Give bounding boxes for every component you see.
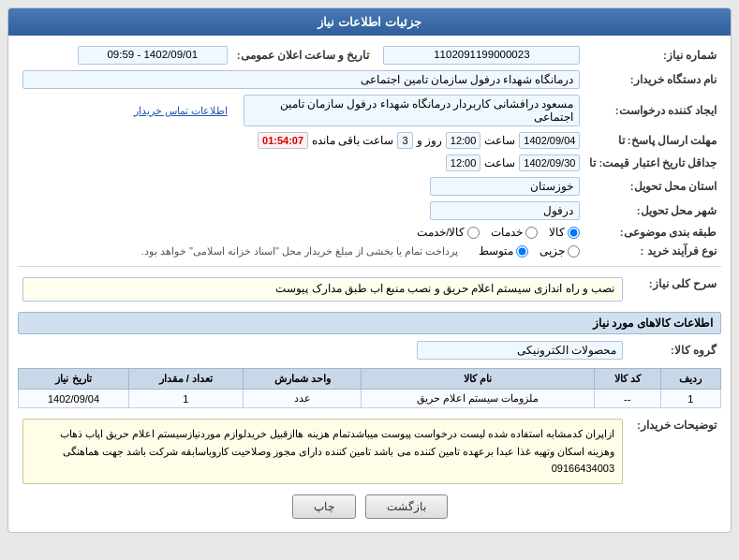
saet-label2: ساعت [484, 156, 515, 169]
shomare-niaz-label: شماره نیاز: [584, 43, 721, 67]
col-kod: کد کالا [594, 369, 660, 390]
tavzihat-value: ازاپران کدمشابه استفاده شده لیست درخواست… [22, 419, 623, 484]
mohlet-row: 1402/09/04 ساعت 12:00 روز و 3 ساعت باقی … [22, 132, 580, 149]
radio-motovaset-label: متوسط [479, 244, 513, 258]
card-body: شماره نیاز: 1102091199000023 تاریخ و ساع… [8, 36, 731, 532]
btn-bazgasht[interactable]: بازگشت [365, 494, 448, 519]
cell-kod: -- [594, 390, 660, 408]
radio-khadamat-input[interactable] [525, 227, 538, 239]
time2-value: 12:00 [446, 155, 481, 171]
saet-label: ساعت [484, 134, 515, 147]
btn-chap[interactable]: چاپ [292, 494, 356, 519]
main-card: جزئیات اطلاعات نیاز شماره نیاز: 11020911… [7, 7, 732, 533]
info-table-top: شماره نیاز: 1102091199000023 تاریخ و ساع… [18, 43, 721, 260]
tavzihat-label: توضیحات خریدار: [628, 414, 721, 487]
hadaghol-row: 1402/09/30 ساعت 12:00 [22, 155, 580, 171]
radio-kala-khadamat[interactable]: کالا/خدمت [417, 226, 480, 239]
col-radif: ردیف [660, 369, 720, 390]
goods-table: ردیف کد کالا نام کالا واحد شمارش تعداد /… [18, 368, 721, 408]
nooe-farayand-label: نوع فرآیند خرید : [584, 242, 721, 260]
rooz-count: 3 [397, 132, 412, 149]
date2-value: 1402/09/30 [519, 155, 580, 171]
farayand-note: پرداخت تمام یا بخشی از مبلغ خریدار محل "… [141, 245, 459, 258]
ijad-konande-value: مسعود درافشانی کاربردار درمانگاه شهداء د… [244, 95, 580, 126]
cell-tarikh: 1402/09/04 [19, 390, 129, 408]
sarh-label: سرح کلی نیاز: [628, 273, 721, 306]
radio-khadamat-label: خدمات [491, 226, 523, 239]
ostan-value: خوزستان [430, 177, 580, 196]
sarh-value: نصب و راه اندازی سیستم اعلام حریق و نصب … [22, 277, 623, 302]
cell-tedaad: 1 [129, 390, 244, 408]
radio-motovaset[interactable]: متوسط [479, 244, 528, 258]
time1-value: 12:00 [446, 132, 481, 149]
radio-jozii[interactable]: جزیی [539, 244, 580, 258]
radio-kala-label: کالا [549, 226, 565, 239]
ijad-konande-label: ایجاد کننده درخواست: [584, 92, 721, 129]
cell-vahed: عدد [243, 390, 362, 408]
divider1 [18, 266, 721, 267]
tarikh-elan-value: 1402/09/01 - 09:59 [78, 46, 228, 65]
table-row: 1--ملزومات سیستم اعلام حریقعدد11402/09/0… [19, 390, 721, 408]
mohlet-label: مهلت ارسال پاسخ: تا [584, 129, 721, 152]
saet-baqi-label: ساعت باقی مانده [312, 134, 393, 147]
page-title: جزئیات اطلاعات نیاز [318, 15, 421, 29]
farayand-radio-group: جزیی متوسط پرداخت تمام یا بخشی از مبلغ خ… [22, 244, 580, 258]
col-tedaad: تعداد / مقدار [129, 369, 244, 390]
radio-jozii-label: جزیی [539, 244, 565, 258]
tabagheh-radio-group: کالا خدمات کالا/خدمت [22, 226, 580, 239]
shomare-niaz-value: 1102091199000023 [383, 46, 580, 65]
shahr-label: شهر محل تحویل: [584, 199, 721, 223]
name-dastgah-value: درمانگاه شهداء درفول سازمان تامین اجتماع… [22, 70, 580, 89]
ostan-label: استان محل تحویل: [584, 174, 721, 199]
timer-value: 01:54:07 [258, 132, 308, 149]
section-kalaei: اطلاعات کالاهای مورد نیاز [18, 312, 721, 334]
date1-value: 1402/09/04 [519, 132, 580, 149]
page-container: جزئیات اطلاعات نیاز شماره نیاز: 11020911… [0, 0, 739, 540]
ettelaat-tamas-link[interactable]: اطلاعات تماس خریدار [134, 105, 228, 116]
col-vahed: واحد شمارش [243, 369, 362, 390]
radio-kala-khadamat-label: کالا/خدمت [417, 226, 465, 239]
gorohe-value: محصولات الکترونیکی [417, 341, 623, 360]
radio-kala-input[interactable] [568, 227, 580, 239]
btn-row: بازگشت چاپ [18, 494, 721, 524]
tavzihat-table: توضیحات خریدار: ازاپران کدمشابه استفاده … [18, 414, 721, 487]
radio-motovaset-input[interactable] [516, 245, 528, 258]
gorohe-table: گروه کالا: محصولات الکترونیکی [18, 338, 721, 362]
name-dastgah-label: نام دستگاه خریدار: [584, 67, 721, 92]
radio-kala-khadamat-input[interactable] [467, 227, 480, 239]
hadaghol-label: جداقل تاریخ اعتبار قیمت: تا [584, 152, 721, 174]
shahr-value: درفول [430, 201, 580, 220]
radio-jozii-input[interactable] [568, 245, 580, 258]
cell-name: ملزومات سیستم اعلام حریق [362, 390, 594, 408]
col-name: نام کالا [362, 369, 594, 390]
tabagheh-label: طبقه بندی موضوعی: [584, 223, 721, 242]
sarh-table: سرح کلی نیاز: نصب و راه اندازی سیستم اعل… [18, 273, 721, 306]
col-tarikh: تاریخ نیاز [19, 369, 129, 390]
radio-kala[interactable]: کالا [549, 226, 580, 239]
rooz-label: روز و [417, 134, 442, 147]
gorohe-label: گروه کالا: [628, 338, 721, 362]
card-header: جزئیات اطلاعات نیاز [8, 8, 731, 36]
cell-radif: 1 [660, 390, 720, 408]
tarikh-elan-label: تاریخ و ساعت اعلان عمومی: [232, 43, 379, 67]
radio-khadamat[interactable]: خدمات [491, 226, 538, 239]
